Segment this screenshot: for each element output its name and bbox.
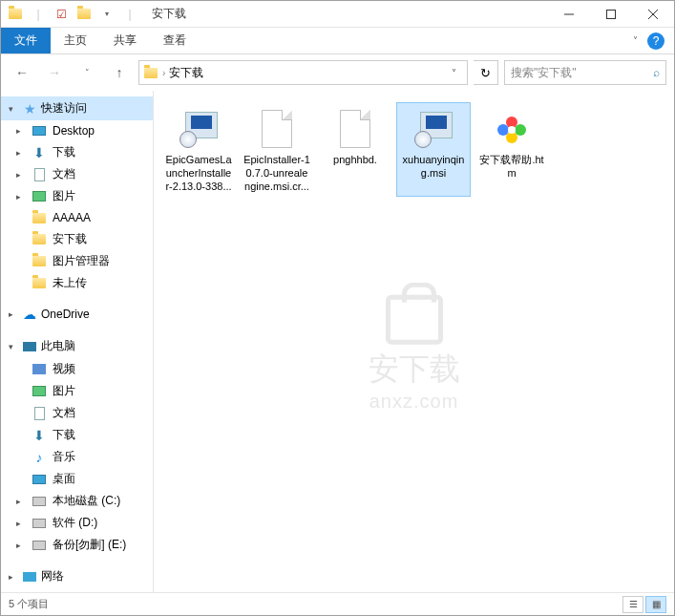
- qat-dropdown-icon[interactable]: ▾: [98, 6, 116, 23]
- file-item[interactable]: EpicInstaller-10.7.0-unrealengine.msi.cr…: [240, 102, 314, 197]
- folder-qat-icon-2[interactable]: [75, 6, 93, 23]
- search-placeholder: 搜索"安下载": [511, 65, 577, 81]
- folder-icon: [32, 232, 47, 247]
- tab-home[interactable]: 主页: [51, 28, 100, 53]
- minimize-button[interactable]: [548, 1, 590, 28]
- sidebar-item-label: 文档: [53, 405, 75, 421]
- chevron-right-icon: ›: [162, 68, 165, 78]
- qat-separator-2: |: [121, 6, 138, 23]
- address-field[interactable]: › 安下载 ˅: [138, 60, 468, 85]
- icons-view-button[interactable]: ▦: [645, 596, 666, 613]
- msi-file-icon: [176, 106, 221, 152]
- sidebar-item-label: AAAAA: [53, 211, 91, 224]
- watermark: 安下载 anxz.com: [369, 295, 460, 413]
- sidebar-this-pc[interactable]: ▾ 此电脑: [1, 334, 153, 358]
- sidebar-item[interactable]: ⬇ 下载: [1, 424, 153, 446]
- cloud-icon: ☁: [22, 307, 37, 322]
- check-qat-icon[interactable]: ☑: [53, 6, 70, 23]
- folder-icon: [32, 276, 47, 291]
- sidebar-item[interactable]: ▸ Desktop: [1, 120, 153, 141]
- sidebar-item[interactable]: 视频: [1, 358, 153, 380]
- folder-qat-icon[interactable]: [7, 6, 24, 23]
- sidebar-item-label: 软件 (D:): [53, 515, 97, 531]
- close-button[interactable]: [632, 1, 674, 28]
- back-button[interactable]: ←: [9, 59, 35, 86]
- sidebar-item-label: 图片: [53, 383, 75, 399]
- sidebar-quick-access[interactable]: ▾ ★ 快速访问: [1, 96, 153, 120]
- sidebar-onedrive[interactable]: ▸ ☁ OneDrive: [1, 303, 153, 326]
- item-count: 5 个项目: [9, 597, 49, 611]
- sidebar-item[interactable]: ▸ ⬇ 下载: [1, 141, 153, 163]
- sidebar-item[interactable]: ▸ 本地磁盘 (C:): [1, 490, 153, 512]
- file-name: EpicGamesLauncherInstaller-2.13.0-338...: [165, 154, 232, 193]
- sidebar-item[interactable]: 未上传: [1, 272, 153, 294]
- tab-view[interactable]: 查看: [150, 28, 200, 53]
- address-dropdown-icon[interactable]: ˅: [444, 68, 463, 78]
- sidebar-item[interactable]: 图片管理器: [1, 250, 153, 272]
- sidebar-item[interactable]: ▸ 图片: [1, 185, 153, 207]
- download-icon: ⬇: [32, 428, 47, 443]
- sidebar-item[interactable]: ▸ 备份[勿删] (E:): [1, 534, 153, 556]
- sidebar-item[interactable]: ▸ 文档: [1, 163, 153, 185]
- sidebar-item-label: 本地磁盘 (C:): [53, 493, 120, 509]
- file-name: 安下载帮助.htm: [478, 154, 545, 181]
- help-icon[interactable]: ?: [647, 32, 664, 50]
- music-icon: ♪: [32, 450, 47, 465]
- file-name: EpicInstaller-10.7.0-unrealengine.msi.cr…: [243, 154, 310, 193]
- sidebar-item-label: 未上传: [53, 275, 87, 291]
- tab-share[interactable]: 共享: [100, 28, 150, 53]
- file-item[interactable]: EpicGamesLauncherInstaller-2.13.0-338...: [161, 102, 236, 197]
- doc-icon: [32, 167, 47, 182]
- file-item[interactable]: pnghhbd.: [318, 102, 392, 197]
- msi-file-icon: [411, 106, 456, 152]
- file-item[interactable]: xuhuanyinqing.msi: [396, 102, 471, 197]
- svg-point-8: [508, 126, 516, 134]
- sidebar-network[interactable]: ▸ 网络: [1, 564, 153, 588]
- sidebar-item-label: 音乐: [53, 449, 75, 465]
- tab-file[interactable]: 文件: [1, 28, 51, 53]
- address-bar: ← → ˅ ↑ › 安下载 ˅ ↻ 搜索"安下载" ⌕: [1, 54, 674, 91]
- pic-icon: [32, 189, 47, 204]
- pic-icon: [32, 384, 47, 399]
- breadcrumb-current[interactable]: 安下载: [169, 65, 203, 81]
- sidebar-item-label: 备份[勿删] (E:): [53, 537, 126, 553]
- search-icon: ⌕: [653, 66, 660, 79]
- chevron-right-icon: ▸: [9, 572, 18, 582]
- refresh-button[interactable]: ↻: [474, 60, 498, 85]
- sidebar-item-label: 下载: [53, 427, 75, 443]
- status-bar: 5 个项目 ☰ ▦: [1, 592, 674, 615]
- details-view-button[interactable]: ☰: [622, 596, 643, 613]
- blank-file-icon: [254, 106, 300, 152]
- file-item[interactable]: 安下载帮助.htm: [475, 102, 549, 197]
- sidebar-item[interactable]: 文档: [1, 402, 153, 424]
- sidebar-item[interactable]: 桌面: [1, 468, 153, 490]
- disk-icon: [32, 494, 47, 509]
- sidebar-item[interactable]: ♪ 音乐: [1, 446, 153, 468]
- navigation-sidebar[interactable]: ▾ ★ 快速访问 ▸ Desktop ▸ ⬇ 下载 ▸ 文档 ▸ 图片 AAAA…: [1, 91, 154, 593]
- folder-icon: [32, 254, 47, 269]
- ribbon-collapse-icon[interactable]: ˅: [633, 35, 638, 46]
- search-input[interactable]: 搜索"安下载" ⌕: [504, 60, 666, 85]
- sidebar-item-label: 桌面: [53, 471, 75, 487]
- file-list[interactable]: 安下载 anxz.com EpicGamesLauncherInstaller-…: [154, 91, 674, 593]
- recent-dropdown-icon[interactable]: ˅: [74, 59, 100, 86]
- svg-point-7: [497, 124, 509, 136]
- up-button[interactable]: ↑: [106, 59, 133, 86]
- chevron-down-icon: ▾: [9, 342, 18, 351]
- qat-separator: |: [30, 6, 47, 23]
- sidebar-label: 网络: [41, 568, 64, 584]
- htm-file-icon: [489, 106, 535, 152]
- sidebar-item-label: 文档: [53, 166, 75, 182]
- sidebar-item[interactable]: ▸ 软件 (D:): [1, 512, 153, 534]
- desktop-icon: [32, 123, 47, 138]
- title-bar: | ☑ ▾ | 安下载: [1, 1, 674, 28]
- disk-icon: [32, 516, 47, 531]
- forward-button[interactable]: →: [41, 59, 68, 86]
- sidebar-item[interactable]: 安下载: [1, 228, 153, 250]
- file-name: xuhuanyinqing.msi: [400, 154, 467, 181]
- maximize-button[interactable]: [590, 1, 632, 28]
- sidebar-item[interactable]: AAAAA: [1, 207, 153, 228]
- folder-icon: [32, 210, 47, 225]
- sidebar-item-label: 下载: [53, 144, 75, 160]
- sidebar-item[interactable]: 图片: [1, 380, 153, 402]
